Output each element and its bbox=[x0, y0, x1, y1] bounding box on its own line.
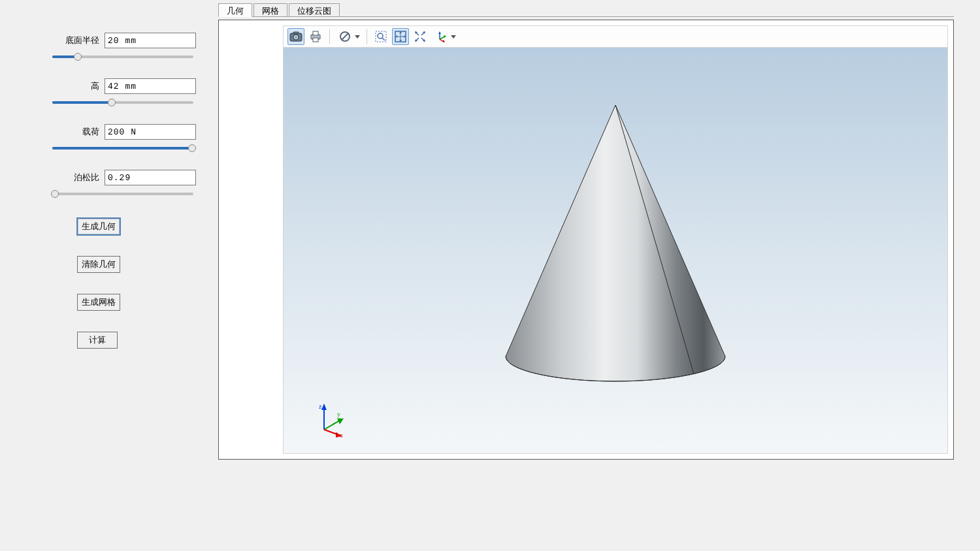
zoom-extents-icon[interactable] bbox=[392, 28, 409, 45]
viewport-toolbar bbox=[283, 25, 948, 48]
tab-displacement[interactable]: 位移云图 bbox=[289, 3, 340, 17]
svg-rect-6 bbox=[313, 38, 318, 42]
svg-line-8 bbox=[342, 33, 348, 40]
no-symbol-dropdown[interactable] bbox=[335, 28, 361, 45]
viewport-container: z y x bbox=[218, 20, 954, 460]
param-label: 高 bbox=[91, 80, 99, 92]
tab-bar: 几何 网格 位移云图 bbox=[218, 3, 954, 17]
svg-line-37 bbox=[324, 420, 340, 430]
zoom-fit-icon[interactable] bbox=[412, 28, 429, 45]
tab-geometry[interactable]: 几何 bbox=[218, 3, 252, 17]
axis-orient-dropdown[interactable] bbox=[431, 28, 457, 45]
load-slider[interactable] bbox=[52, 144, 193, 153]
no-symbol-icon[interactable] bbox=[336, 28, 353, 45]
tab-mesh[interactable]: 网格 bbox=[253, 3, 287, 17]
zoom-region-icon[interactable] bbox=[372, 28, 389, 45]
radius-slider[interactable] bbox=[52, 52, 193, 61]
height-slider[interactable] bbox=[52, 98, 193, 107]
poisson-input[interactable] bbox=[105, 170, 196, 185]
height-input[interactable] bbox=[105, 78, 196, 94]
poisson-slider[interactable] bbox=[52, 189, 193, 198]
cone-geometry bbox=[498, 99, 733, 386]
param-radius: 底面半径 bbox=[18, 33, 196, 61]
param-label: 泊松比 bbox=[74, 172, 99, 183]
toolbar-separator bbox=[329, 29, 330, 44]
generate-geometry-button[interactable]: 生成几何 bbox=[77, 218, 120, 235]
viewport-3d[interactable]: z y x bbox=[283, 48, 948, 454]
toolbar-separator bbox=[367, 29, 367, 44]
svg-rect-5 bbox=[313, 31, 318, 35]
svg-point-10 bbox=[378, 33, 383, 39]
screenshot-icon[interactable] bbox=[287, 28, 304, 45]
main-area: 几何 网格 位移云图 bbox=[214, 0, 980, 551]
compute-button[interactable]: 计算 bbox=[77, 332, 118, 349]
axis-orient-icon[interactable] bbox=[433, 28, 449, 45]
param-label: 底面半径 bbox=[65, 35, 99, 46]
svg-line-11 bbox=[382, 38, 385, 40]
svg-point-3 bbox=[295, 36, 297, 39]
svg-text:x: x bbox=[340, 432, 343, 437]
svg-marker-35 bbox=[321, 403, 327, 410]
generate-mesh-button[interactable]: 生成网格 bbox=[77, 294, 120, 311]
chevron-down-icon bbox=[451, 35, 456, 39]
svg-marker-28 bbox=[438, 31, 441, 34]
button-group: 生成几何 清除几何 生成网格 计算 bbox=[77, 218, 196, 349]
svg-text:z: z bbox=[319, 403, 322, 410]
axis-triad-icon: z y x bbox=[312, 401, 351, 437]
chevron-down-icon bbox=[355, 35, 360, 39]
param-load: 载荷 bbox=[18, 124, 196, 153]
param-height: 高 bbox=[18, 78, 196, 107]
clear-geometry-button[interactable]: 清除几何 bbox=[77, 256, 120, 273]
radius-input[interactable] bbox=[105, 33, 196, 48]
load-input[interactable] bbox=[105, 124, 196, 140]
param-label: 载荷 bbox=[82, 126, 99, 138]
sidebar: 底面半径 高 载荷 泊松比 bbox=[0, 0, 214, 551]
svg-text:y: y bbox=[337, 411, 340, 418]
param-poisson: 泊松比 bbox=[18, 170, 196, 198]
svg-rect-1 bbox=[293, 32, 299, 34]
print-icon[interactable] bbox=[307, 28, 324, 45]
